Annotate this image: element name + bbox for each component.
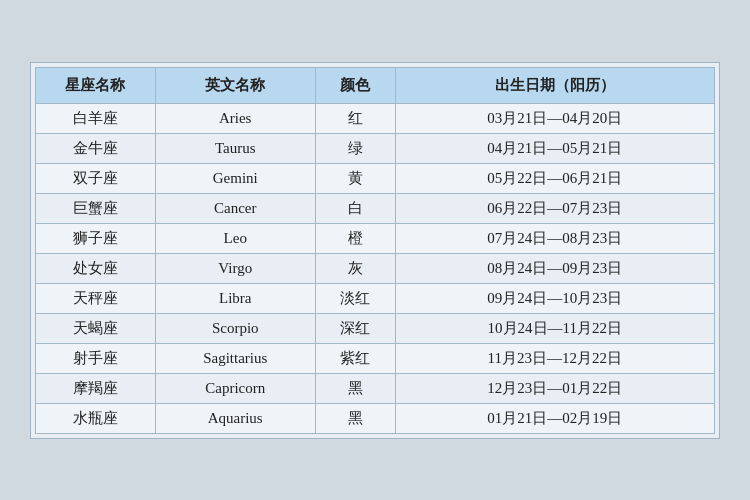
cell-english: Aquarius <box>155 403 315 433</box>
cell-color: 橙 <box>315 223 395 253</box>
cell-color: 淡红 <box>315 283 395 313</box>
cell-chinese: 双子座 <box>36 163 156 193</box>
cell-color: 黄 <box>315 163 395 193</box>
cell-chinese: 射手座 <box>36 343 156 373</box>
zodiac-table: 星座名称 英文名称 颜色 出生日期（阳历） 白羊座Aries红03月21日—04… <box>35 67 715 434</box>
cell-color: 红 <box>315 103 395 133</box>
cell-color: 绿 <box>315 133 395 163</box>
cell-english: Sagittarius <box>155 343 315 373</box>
cell-chinese: 狮子座 <box>36 223 156 253</box>
cell-date: 07月24日—08月23日 <box>395 223 714 253</box>
table-row: 天蝎座Scorpio深红10月24日—11月22日 <box>36 313 715 343</box>
header-chinese: 星座名称 <box>36 67 156 103</box>
cell-date: 10月24日—11月22日 <box>395 313 714 343</box>
cell-date: 03月21日—04月20日 <box>395 103 714 133</box>
cell-date: 12月23日—01月22日 <box>395 373 714 403</box>
table-header-row: 星座名称 英文名称 颜色 出生日期（阳历） <box>36 67 715 103</box>
cell-date: 01月21日—02月19日 <box>395 403 714 433</box>
cell-color: 灰 <box>315 253 395 283</box>
table-row: 水瓶座Aquarius黑01月21日—02月19日 <box>36 403 715 433</box>
cell-color: 白 <box>315 193 395 223</box>
cell-english: Libra <box>155 283 315 313</box>
table-row: 狮子座Leo橙07月24日—08月23日 <box>36 223 715 253</box>
header-english: 英文名称 <box>155 67 315 103</box>
cell-chinese: 白羊座 <box>36 103 156 133</box>
table-row: 天秤座Libra淡红09月24日—10月23日 <box>36 283 715 313</box>
cell-color: 黑 <box>315 403 395 433</box>
table-row: 双子座Gemini黄05月22日—06月21日 <box>36 163 715 193</box>
cell-color: 深红 <box>315 313 395 343</box>
zodiac-table-container: 星座名称 英文名称 颜色 出生日期（阳历） 白羊座Aries红03月21日—04… <box>30 62 720 439</box>
cell-chinese: 处女座 <box>36 253 156 283</box>
cell-chinese: 水瓶座 <box>36 403 156 433</box>
cell-date: 05月22日—06月21日 <box>395 163 714 193</box>
cell-chinese: 天蝎座 <box>36 313 156 343</box>
table-row: 射手座Sagittarius紫红11月23日—12月22日 <box>36 343 715 373</box>
cell-english: Virgo <box>155 253 315 283</box>
cell-english: Capricorn <box>155 373 315 403</box>
header-date: 出生日期（阳历） <box>395 67 714 103</box>
table-row: 白羊座Aries红03月21日—04月20日 <box>36 103 715 133</box>
cell-english: Cancer <box>155 193 315 223</box>
cell-date: 04月21日—05月21日 <box>395 133 714 163</box>
cell-english: Taurus <box>155 133 315 163</box>
table-row: 处女座Virgo灰08月24日—09月23日 <box>36 253 715 283</box>
cell-english: Aries <box>155 103 315 133</box>
cell-chinese: 金牛座 <box>36 133 156 163</box>
cell-chinese: 天秤座 <box>36 283 156 313</box>
cell-english: Gemini <box>155 163 315 193</box>
table-row: 摩羯座Capricorn黑12月23日—01月22日 <box>36 373 715 403</box>
cell-color: 黑 <box>315 373 395 403</box>
cell-date: 08月24日—09月23日 <box>395 253 714 283</box>
cell-date: 11月23日—12月22日 <box>395 343 714 373</box>
cell-english: Scorpio <box>155 313 315 343</box>
cell-chinese: 巨蟹座 <box>36 193 156 223</box>
cell-english: Leo <box>155 223 315 253</box>
cell-chinese: 摩羯座 <box>36 373 156 403</box>
table-row: 金牛座Taurus绿04月21日—05月21日 <box>36 133 715 163</box>
header-color: 颜色 <box>315 67 395 103</box>
cell-color: 紫红 <box>315 343 395 373</box>
cell-date: 09月24日—10月23日 <box>395 283 714 313</box>
cell-date: 06月22日—07月23日 <box>395 193 714 223</box>
table-row: 巨蟹座Cancer白06月22日—07月23日 <box>36 193 715 223</box>
